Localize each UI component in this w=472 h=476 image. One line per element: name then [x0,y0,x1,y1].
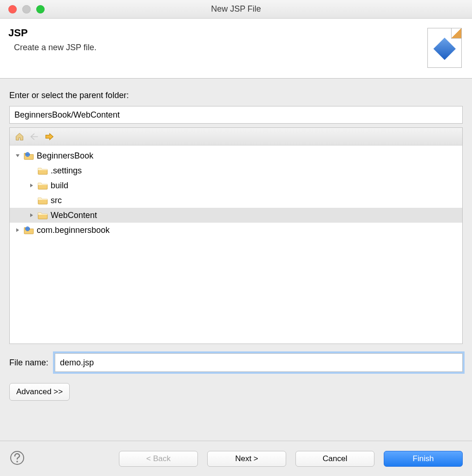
tree-item--settings[interactable]: .settings [10,163,462,178]
file-name-label: File name: [9,358,48,368]
folder-icon [38,211,48,219]
tree-item-label: build [51,178,68,193]
window-controls [0,5,45,13]
tree-item-label: com.beginnersbook [37,223,110,238]
help-icon[interactable] [9,450,25,468]
tree-item-com-beginnersbook[interactable]: com.beginnersbook [10,223,462,238]
toggle-placeholder [29,197,36,204]
back-arrow-icon[interactable] [29,132,39,142]
svg-point-3 [16,461,18,462]
parent-folder-input[interactable] [9,106,463,124]
window-titlebar: New JSP File [0,0,472,19]
wizard-header: JSP Create a new JSP file. [0,19,472,79]
collapse-icon[interactable] [15,152,22,159]
wizard-footer: < Back Next > Cancel Finish [0,441,472,476]
page-subtitle: Create a new JSP file. [14,43,97,53]
tree-item-build[interactable]: build [10,178,462,193]
expand-icon[interactable] [29,182,36,189]
folder-tree-panel: BeginnersBook.settingsbuildsrcWebContent… [9,127,463,344]
advanced-button[interactable]: Advanced >> [9,383,70,401]
close-window-button[interactable] [8,5,17,13]
tree-item-label: BeginnersBook [37,148,93,163]
folder-tree-toolbar [10,128,462,145]
window-title: New JSP File [0,4,472,14]
minimize-window-button [22,5,31,13]
tree-item-label: src [51,193,62,208]
forward-arrow-icon[interactable] [44,132,54,142]
file-name-input[interactable] [55,353,463,372]
folder-tree[interactable]: BeginnersBook.settingsbuildsrcWebContent… [10,145,462,344]
back-button: < Back [119,451,198,467]
wizard-body: Enter or select the parent folder: Begin… [0,79,472,409]
expand-icon[interactable] [15,227,22,233]
tree-item-label: .settings [51,163,82,178]
cancel-button[interactable]: Cancel [295,451,374,467]
toggle-placeholder [29,167,36,174]
folder-icon [38,181,48,190]
tree-item-label: WebContent [51,208,97,223]
next-button[interactable]: Next > [207,451,286,467]
tree-item-beginnersbook[interactable]: BeginnersBook [10,148,462,163]
tree-item-webcontent[interactable]: WebContent [10,208,462,223]
home-icon[interactable] [14,132,25,142]
wizard-banner-jsp-icon [427,28,462,68]
tree-item-src[interactable]: src [10,193,462,208]
project-icon [24,152,34,160]
folder-icon [38,196,48,205]
parent-folder-prompt: Enter or select the parent folder: [9,91,463,100]
expand-icon[interactable] [29,212,36,218]
finish-button[interactable]: Finish [384,451,463,467]
project-icon [24,226,34,234]
page-title: JSP [8,27,97,39]
folder-icon [38,166,48,175]
zoom-window-button[interactable] [36,5,45,13]
